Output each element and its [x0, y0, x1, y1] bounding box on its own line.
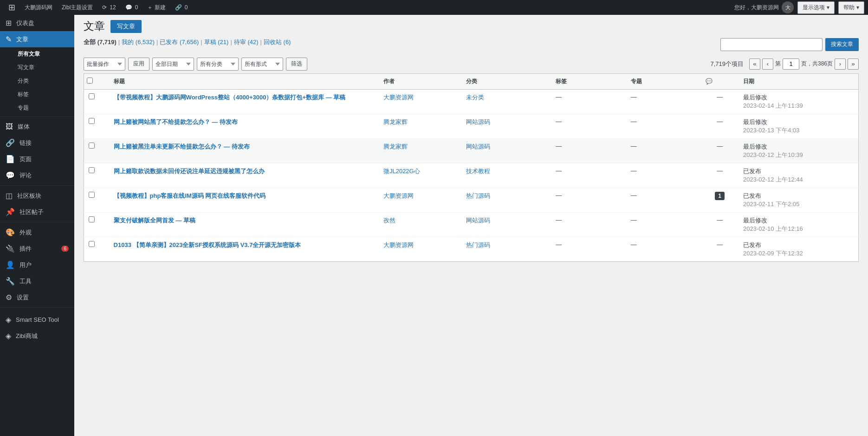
tab-trash[interactable]: 回收站 (6) — [264, 38, 291, 46]
sidebar-item-comments[interactable]: 💬 评论 — [0, 167, 74, 183]
sidebar-item-settings[interactable]: ⚙ 设置 — [0, 289, 74, 306]
theme-settings-label: Zibl主题设置 — [62, 4, 93, 12]
sidebar-item-community-posts[interactable]: 📌 社区帖子 — [0, 204, 74, 220]
sidebar-item-pages[interactable]: 📄 页面 — [0, 151, 74, 167]
sidebar-item-posts[interactable]: ✎ 文章 — [0, 31, 74, 47]
author-link[interactable]: 孜然 — [383, 217, 395, 224]
last-page-button[interactable]: » — [848, 59, 859, 70]
theme-settings-button[interactable]: Zibl主题设置 — [57, 0, 97, 15]
search-area: 搜索文章 — [720, 38, 859, 51]
row-checkbox[interactable] — [89, 93, 95, 99]
post-date-cell: 最后修改 2023-02-14 上午11:39 — [738, 89, 858, 114]
sidebar-item-community-blocks[interactable]: ◫ 社区板块 — [0, 188, 74, 204]
search-button[interactable]: 搜索文章 — [825, 38, 859, 51]
sidebar-item-users[interactable]: 👤 用户 — [0, 257, 74, 273]
row-checkbox[interactable] — [89, 143, 95, 149]
category-link[interactable]: 网站源码 — [466, 143, 490, 150]
category-link[interactable]: 网站源码 — [466, 217, 490, 224]
post-comments-cell: — — [701, 89, 738, 114]
help-button[interactable]: 帮助 ▾ — [838, 1, 864, 14]
filter-button[interactable]: 筛选 — [286, 58, 307, 71]
apply-button[interactable]: 应用 — [128, 58, 149, 71]
prev-page-button[interactable]: ‹ — [762, 59, 773, 70]
author-link[interactable]: 大鹏资源网 — [383, 241, 414, 248]
sidebar-item-zibl-shop[interactable]: ◈ Zibl商城 — [0, 328, 74, 344]
post-title-link[interactable]: 网上赌被网站黑了不给提款怎么办？ — 待发布 — [114, 118, 238, 125]
date-value: 2023-02-11 下午2:05 — [743, 200, 854, 208]
post-author-cell: 腾龙家辉 — [379, 114, 461, 138]
post-title-link[interactable]: 【视频教程】php客服在线IM源码 网页在线客服软件代码 — [114, 192, 266, 199]
links-button[interactable]: 🔗 0 — [170, 0, 193, 15]
write-post-button[interactable]: 写文章 — [110, 20, 142, 33]
display-options-button[interactable]: 显示选项 ▾ — [797, 1, 835, 14]
post-title-link[interactable]: D1033 【简单亲测】2023全新SF授权系统源码 V3.7全开源无加密版本 — [114, 241, 301, 248]
category-link[interactable]: 未分类 — [466, 94, 484, 101]
sidebar-subitem-all-posts[interactable]: 所有文章 — [0, 47, 74, 61]
post-category-cell: 热门源码 — [461, 188, 551, 212]
row-checkbox[interactable] — [89, 192, 95, 198]
category-link[interactable]: 热门源码 — [466, 192, 490, 199]
format-filter-select[interactable]: 所有形式 — [241, 58, 283, 71]
tab-my[interactable]: 我的 (6,532) — [122, 38, 155, 46]
wp-logo-button[interactable]: ⊞ — [4, 0, 20, 15]
tools-icon: 🔧 — [6, 277, 15, 286]
tab-all[interactable]: 全部 (7,719) — [84, 38, 117, 46]
post-title-link[interactable]: 网上赌取款说数据未回传还说注单延迟违规被黑了怎么办 — [114, 168, 265, 175]
sidebar-item-appearance[interactable]: 🎨 外观 — [0, 224, 74, 241]
sidebar-item-tools[interactable]: 🔧 工具 — [0, 273, 74, 289]
post-author-cell: 大鹏资源网 — [379, 188, 461, 212]
category-filter-select[interactable]: 所有分类 — [197, 58, 239, 71]
sidebar-item-pages-label: 页面 — [19, 155, 32, 163]
sidebar-item-plugins[interactable]: 🔌 插件 6 — [0, 241, 74, 257]
category-link[interactable]: 热门源码 — [466, 241, 490, 248]
sidebar-item-posts-label: 文章 — [16, 35, 28, 44]
row-checkbox-cell — [84, 114, 109, 138]
row-checkbox-cell — [84, 163, 109, 188]
current-page-input[interactable] — [783, 59, 799, 70]
post-title-link[interactable]: 【带视频教程】大鹏源码网WordPress整站（4000+3000）条数据打包+… — [114, 94, 346, 101]
new-post-button[interactable]: ＋ 新建 — [143, 0, 170, 15]
post-author-cell: 大鹏资源网 — [379, 237, 461, 261]
post-tags-cell: — — [551, 163, 626, 188]
row-checkbox[interactable] — [89, 167, 95, 173]
post-title-link[interactable]: 网上赌被黑注单未更新不给提款怎么办？ — 待发布 — [114, 143, 250, 150]
post-title: D1033 【简单亲测】2023全新SF授权系统源码 V3.7全开源无加密版本 — [114, 241, 374, 249]
sidebar-item-smart-seo[interactable]: ◈ Smart SEO Tool — [0, 312, 74, 328]
site-name-button[interactable]: 大鹏源码网 — [20, 0, 57, 15]
row-checkbox[interactable] — [89, 241, 95, 247]
post-title-link[interactable]: 聚支付破解版全网首发 — 草稿 — [114, 217, 195, 224]
post-tags-cell: — — [551, 89, 626, 114]
updates-button[interactable]: ⟳ 12 — [97, 0, 120, 15]
category-link[interactable]: 网站源码 — [466, 118, 490, 125]
author-link[interactable]: 腾龙家辉 — [383, 118, 408, 125]
tab-pending[interactable]: 待审 (42) — [234, 38, 259, 46]
row-checkbox[interactable] — [89, 216, 95, 222]
links-count: 0 — [185, 4, 188, 11]
user-greeting: 您好，大鹏资源网 大 — [734, 1, 794, 13]
author-link[interactable]: 大鹏资源网 — [383, 94, 414, 101]
date-value: 2023-02-12 上午12:44 — [743, 176, 854, 184]
bulk-action-select[interactable]: 批量操作 — [84, 58, 125, 71]
date-filter-select[interactable]: 全部日期 — [152, 58, 194, 71]
tab-draft[interactable]: 草稿 (21) — [204, 38, 229, 46]
sidebar-subitem-tags[interactable]: 标签 — [0, 88, 74, 101]
sidebar-item-media[interactable]: 🖼 媒体 — [0, 119, 74, 135]
next-page-button[interactable]: › — [835, 59, 846, 70]
first-page-button[interactable]: « — [749, 59, 760, 70]
post-title: 【带视频教程】大鹏源码网WordPress整站（4000+3000）条数据打包+… — [114, 93, 374, 102]
sidebar-subitem-topics[interactable]: 专题 — [0, 101, 74, 115]
category-link[interactable]: 技术教程 — [466, 168, 490, 175]
author-link[interactable]: 大鹏资源网 — [383, 192, 414, 199]
tab-published[interactable]: 已发布 (7,656) — [160, 38, 199, 46]
row-checkbox[interactable] — [89, 118, 95, 124]
sidebar-item-dashboard[interactable]: ⊞ 仪表盘 — [0, 15, 74, 31]
author-link[interactable]: 微JL2022G心 — [383, 168, 420, 175]
search-input[interactable] — [720, 38, 823, 51]
select-all-checkbox[interactable] — [87, 78, 93, 84]
col-header-category: 分类 — [461, 73, 551, 89]
sidebar-subitem-categories[interactable]: 分类 — [0, 74, 74, 88]
sidebar-item-links[interactable]: 🔗 链接 — [0, 135, 74, 151]
comments-button[interactable]: 💬 0 — [121, 0, 143, 15]
sidebar-subitem-write-post[interactable]: 写文章 — [0, 61, 74, 74]
author-link[interactable]: 腾龙家辉 — [383, 143, 408, 150]
